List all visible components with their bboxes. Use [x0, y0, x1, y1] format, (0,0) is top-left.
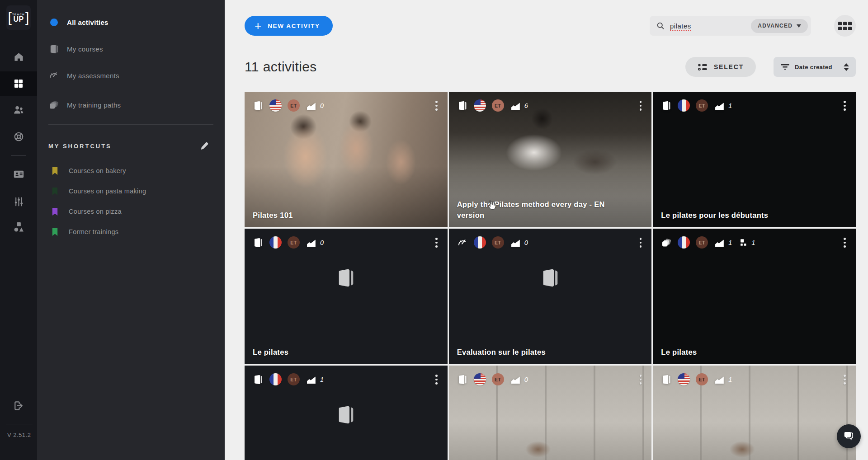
language-flag: [269, 373, 282, 385]
course-book-icon: [457, 100, 468, 111]
level-chart-icon: [307, 238, 316, 247]
activities-grid-icon[interactable]: [0, 71, 37, 96]
help-lifering-icon[interactable]: [0, 124, 37, 149]
level-stat: 1: [715, 101, 732, 110]
teachup-logo[interactable]: [ TEACH UP ]: [6, 5, 31, 30]
id-card-icon[interactable]: [0, 162, 37, 186]
shortcuts-heading: MY SHORTCUTS: [48, 143, 112, 150]
sidebar-divider: [48, 124, 213, 125]
sidebar-item-my-training-paths[interactable]: My training paths: [37, 99, 225, 111]
grid-view-button[interactable]: [834, 15, 856, 37]
level-stat: 6: [511, 101, 528, 110]
edit-shortcuts-pencil-icon[interactable]: [200, 141, 209, 150]
level-count: 1: [728, 239, 732, 246]
level-stat: 0: [307, 101, 324, 110]
sidebar-item-my-courses[interactable]: My courses: [37, 42, 225, 55]
logo-bracket: [: [8, 12, 12, 23]
search-icon: [656, 21, 665, 30]
author-badge: ET: [696, 236, 708, 249]
activity-card[interactable]: ET 1: [245, 366, 448, 460]
select-button[interactable]: SELECT: [685, 57, 756, 77]
level-chart-icon: [511, 238, 520, 247]
author-badge: ET: [492, 99, 504, 112]
author-badge: ET: [492, 236, 504, 249]
shortcut-item[interactable]: Courses on pizza: [37, 206, 225, 217]
placeholder-book-icon: [540, 268, 561, 288]
card-menu-kebab-icon[interactable]: [433, 236, 440, 249]
card-header: ET 0: [245, 92, 448, 113]
bookmark-icon: [51, 207, 59, 216]
language-flag: [474, 99, 486, 112]
activity-title: Pilates 101: [253, 210, 421, 221]
shortcut-item[interactable]: Courses on bakery: [37, 165, 225, 177]
sidebar-item-all-activities[interactable]: All activities: [37, 16, 225, 28]
shortcut-item[interactable]: Courses on pasta making: [37, 185, 225, 197]
mouse-pointer-cursor: [485, 199, 496, 211]
icon-rail: [ TEACH UP ] V 2.51.2: [0, 0, 37, 460]
search-input[interactable]: pilates ADVANCED: [650, 16, 811, 36]
activity-card[interactable]: ET 0: [449, 366, 652, 460]
sidebar: All activities My courses My assessments…: [37, 0, 225, 460]
activity-card[interactable]: ET 1: [653, 366, 856, 460]
course-book-icon: [661, 100, 672, 111]
card-header: ET 1: [653, 92, 856, 113]
results-header: 11 activities SELECT Date created: [245, 57, 856, 77]
card-header: ET 0: [245, 229, 448, 249]
teachup-logo-mark: [ TEACH UP ]: [8, 12, 29, 23]
chat-widget-button[interactable]: [837, 424, 861, 448]
modules-squares-icon: [740, 239, 747, 246]
sidebar-item-label: My assessments: [67, 72, 119, 80]
bookmark-icon: [51, 167, 59, 175]
assessment-gauge-icon: [48, 70, 60, 81]
author-badge: ET: [492, 373, 504, 385]
activity-card[interactable]: ET 6 Apply the Pilates method every day …: [449, 92, 652, 227]
sort-dropdown[interactable]: Date created: [774, 57, 856, 77]
app-version: V 2.51.2: [7, 432, 31, 438]
shortcut-label: Former trainings: [69, 228, 118, 235]
activity-title: Evaluation sur le pilates: [457, 347, 626, 358]
card-menu-kebab-icon[interactable]: [433, 373, 440, 386]
new-activity-button[interactable]: + NEW ACTIVITY: [245, 16, 333, 36]
card-menu-kebab-icon[interactable]: [637, 236, 645, 249]
card-menu-kebab-icon[interactable]: [433, 99, 440, 113]
language-flag: [474, 373, 486, 385]
language-flag: [269, 236, 282, 249]
activity-card[interactable]: ET 0 Le pilates: [245, 229, 448, 364]
author-badge: ET: [696, 99, 708, 112]
level-chart-icon: [307, 375, 316, 384]
users-icon[interactable]: [0, 98, 37, 122]
card-menu-kebab-icon[interactable]: [637, 373, 645, 386]
activity-card[interactable]: ET 1 1 Le pilates: [653, 229, 856, 364]
card-header: ET 1: [245, 366, 448, 386]
settings-sliders-icon[interactable]: [0, 189, 37, 214]
activity-card[interactable]: ET 0 Pilates 101: [245, 92, 448, 227]
activity-card[interactable]: ET 0 Evaluation sur le pilates: [449, 229, 652, 364]
course-book-icon: [661, 374, 672, 385]
activity-title: Le pilates: [253, 347, 421, 358]
sort-label: Date created: [795, 64, 832, 70]
card-menu-kebab-icon[interactable]: [841, 373, 849, 386]
activities-grid: ET 0 Pilates 101 ET: [245, 92, 856, 460]
training-path-stack-icon: [48, 99, 60, 110]
course-book-icon: [253, 374, 264, 385]
level-stat: 1: [715, 238, 732, 247]
shortcut-label: Courses on pasta making: [69, 188, 146, 195]
activity-card[interactable]: ET 1 Le pilates pour les débutants: [653, 92, 856, 227]
level-count: 0: [320, 239, 324, 246]
card-menu-kebab-icon[interactable]: [841, 99, 849, 113]
advanced-search-button[interactable]: ADVANCED: [751, 19, 808, 33]
shortcut-item[interactable]: Former trainings: [37, 226, 225, 238]
shapes-icon[interactable]: [0, 215, 37, 239]
card-menu-kebab-icon[interactable]: [841, 236, 849, 249]
logout-icon[interactable]: [0, 394, 37, 418]
home-icon[interactable]: [0, 45, 37, 69]
card-menu-kebab-icon[interactable]: [637, 99, 645, 113]
course-book-icon: [253, 100, 264, 111]
training-path-icon: [661, 237, 672, 248]
language-flag: [678, 236, 690, 249]
filter-lines-icon: [780, 63, 790, 71]
level-count: 6: [524, 102, 528, 109]
sidebar-item-label: My training paths: [67, 101, 121, 109]
sort-arrows-icon: [844, 63, 849, 71]
sidebar-item-my-assessments[interactable]: My assessments: [37, 69, 225, 82]
